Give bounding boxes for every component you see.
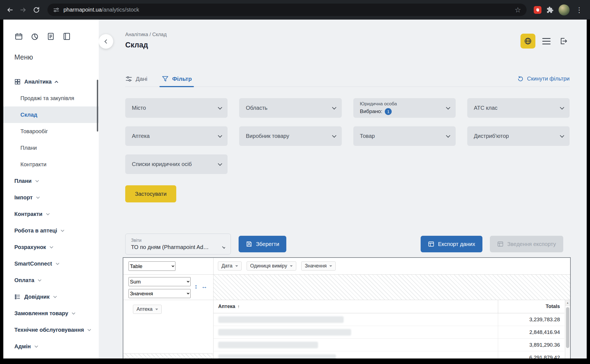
pie-chart-icon[interactable] bbox=[30, 32, 39, 41]
calendar-icon[interactable] bbox=[14, 32, 23, 41]
sidebar-group-import[interactable]: Імпорт bbox=[3, 189, 99, 206]
reset-filters-button[interactable]: Скинути фільтри bbox=[517, 76, 570, 82]
language-globe-button[interactable] bbox=[520, 34, 535, 49]
bookmark-star-icon[interactable]: ☆ bbox=[515, 6, 521, 14]
filter-atc-class[interactable]: АТС клас bbox=[467, 98, 570, 118]
report-select[interactable]: Звіти ТО по дням (Pharmapoint Ad… bbox=[125, 234, 231, 255]
filter-pharmacy[interactable]: Аптека bbox=[125, 126, 228, 146]
filter-manufacturer[interactable]: Виробник товару bbox=[239, 126, 341, 146]
chevron-down-icon bbox=[35, 179, 39, 182]
export-summary-button[interactable]: Зведення експорту bbox=[490, 236, 563, 252]
sidebar-scrollbar[interactable] bbox=[97, 80, 98, 132]
pivot-grid: Аптека ↑ Totals 3,239,783.28 2,848,416.9… bbox=[213, 300, 564, 358]
sidebar: Меню Аналітика Продажі та закупівля Скла… bbox=[3, 20, 99, 358]
pivot-measures-row: Sum Значення ↕ ↔ bbox=[123, 275, 570, 300]
chevron-left-icon bbox=[105, 39, 109, 44]
sidebar-group-plans[interactable]: Плани bbox=[3, 173, 99, 189]
pivot-divider bbox=[213, 258, 213, 358]
back-icon[interactable] bbox=[4, 4, 16, 16]
site-info-icon[interactable] bbox=[53, 7, 60, 13]
chevron-down-icon bbox=[53, 295, 57, 298]
field-pill-date[interactable]: Дата bbox=[218, 261, 242, 271]
table-row: 3,891,290.36 bbox=[213, 339, 564, 351]
extensions-puzzle-icon[interactable] bbox=[546, 6, 554, 14]
field-pill-unit[interactable]: Одиниця виміру bbox=[247, 261, 296, 271]
sidebar-group-calculation[interactable]: Розрахунок bbox=[3, 239, 99, 255]
profile-avatar[interactable] bbox=[559, 4, 570, 15]
chevron-down-icon bbox=[332, 105, 336, 110]
reload-icon[interactable] bbox=[30, 4, 42, 16]
table-row: 6,291,879.42 bbox=[213, 351, 564, 358]
pivot-body: Аптека Аптека ↑ Totals bbox=[123, 300, 570, 358]
filter-product[interactable]: Товар bbox=[353, 126, 456, 146]
filter-city[interactable]: Місто bbox=[125, 98, 228, 118]
adblock-extension-icon[interactable] bbox=[534, 6, 541, 14]
filter-distributor[interactable]: Дистриб'ютор bbox=[467, 126, 570, 146]
chevron-down-icon bbox=[218, 133, 222, 138]
pivot-drop-zone[interactable] bbox=[213, 275, 570, 300]
sidebar-group-pharmacy-work[interactable]: Робота в аптеці bbox=[3, 222, 99, 239]
screen: pharmapoint.ua/analytics/stock ☆ ⋮ bbox=[0, 0, 590, 364]
pivot-scrollbar[interactable]: ▲ bbox=[565, 300, 570, 358]
sidebar-group-analytics[interactable]: Аналітика bbox=[3, 73, 99, 90]
redacted-pharmacy-name bbox=[218, 342, 318, 348]
pivot-row-fields: Аптека bbox=[123, 300, 213, 358]
sidebar-group-directory[interactable]: Довідник bbox=[3, 288, 99, 305]
save-icon bbox=[246, 241, 252, 247]
table-row: 3,239,783.28 bbox=[213, 313, 564, 326]
pivot-table: Table Дата Одиниця виміру Значення bbox=[123, 257, 571, 358]
chevron-down-icon bbox=[34, 344, 38, 348]
scroll-up-icon[interactable]: ▲ bbox=[565, 300, 570, 306]
url-bar[interactable]: pharmapoint.ua/analytics/stock ☆ bbox=[47, 4, 527, 16]
scrollbar-thumb[interactable] bbox=[566, 307, 569, 348]
sidebar-group-product-orders[interactable]: Замовлення товару bbox=[3, 305, 99, 322]
sidebar-item-contracts[interactable]: Контракти bbox=[3, 156, 99, 173]
dropdown-triangle-icon bbox=[290, 265, 293, 267]
sidebar-group-maintenance[interactable]: Технічне обслуговування bbox=[3, 322, 99, 338]
pivot-row-drop-zone[interactable] bbox=[123, 354, 213, 358]
sidebar-collapse-button[interactable] bbox=[99, 34, 113, 49]
logout-icon bbox=[559, 37, 568, 45]
sliders-icon bbox=[125, 75, 132, 82]
tab-filter[interactable]: Фільтр bbox=[162, 71, 192, 87]
dropdown-triangle-icon bbox=[235, 265, 238, 267]
filter-region[interactable]: Область bbox=[239, 98, 341, 118]
chevron-down-icon bbox=[446, 105, 450, 110]
sidebar-group-contracts[interactable]: Контракти bbox=[3, 206, 99, 222]
sidebar-group-payment[interactable]: Оплата bbox=[3, 272, 99, 288]
move-vertical-icon[interactable]: ↕ bbox=[194, 283, 197, 290]
filter-legal-entity[interactable]: Юридична особа Вибрано: 1 bbox=[353, 98, 456, 118]
chevron-down-icon bbox=[332, 133, 336, 138]
sidebar-group-smartconnect[interactable]: SmartConnect bbox=[3, 255, 99, 272]
forward-icon[interactable] bbox=[17, 4, 29, 16]
chevron-down-icon bbox=[88, 328, 91, 331]
chevron-down-icon bbox=[36, 195, 40, 199]
document-icon[interactable] bbox=[46, 32, 55, 41]
sidebar-item-turnover[interactable]: Товарообіг bbox=[3, 123, 99, 140]
sidebar-item-plans[interactable]: Плани bbox=[3, 140, 99, 156]
app-menu-button[interactable] bbox=[540, 35, 552, 47]
filter-legal-entity-lists[interactable]: Списки юридичних осіб bbox=[125, 154, 228, 174]
pivot-view-select[interactable]: Table bbox=[129, 261, 175, 271]
field-pill-value[interactable]: Значення bbox=[301, 261, 336, 271]
sidebar-group-admin[interactable]: Адмін bbox=[3, 338, 99, 355]
move-horizontal-icon[interactable]: ↔ bbox=[201, 283, 207, 290]
save-report-button[interactable]: Зберегти bbox=[239, 236, 286, 252]
apply-button[interactable]: Застосувати bbox=[125, 185, 176, 202]
field-pill-pharmacy[interactable]: Аптека bbox=[133, 305, 162, 314]
pivot-measure-select[interactable]: Значення bbox=[129, 289, 191, 298]
tab-data[interactable]: Дані bbox=[125, 71, 147, 87]
browser-menu-icon[interactable]: ⋮ bbox=[575, 6, 584, 14]
pivot-aggregation-select[interactable]: Sum bbox=[129, 277, 191, 286]
export-data-button[interactable]: Експорт даних bbox=[421, 236, 482, 252]
grid-header-pharmacy[interactable]: Аптека ↑ bbox=[213, 304, 498, 309]
sidebar-item-sales-purchases[interactable]: Продажі та закупівля bbox=[3, 90, 99, 106]
breadcrumb: Аналітика / Склад bbox=[125, 32, 167, 38]
sidebar-item-stock[interactable]: Склад bbox=[3, 106, 99, 123]
pivot-column-fields: Дата Одиниця виміру Значення bbox=[218, 261, 336, 271]
logout-button[interactable] bbox=[557, 35, 570, 47]
journal-icon[interactable] bbox=[62, 32, 71, 41]
browser-toolbar: pharmapoint.ua/analytics/stock ☆ ⋮ bbox=[0, 0, 590, 20]
chevron-down-icon bbox=[56, 261, 59, 265]
grid-header-totals: Totals bbox=[498, 300, 564, 313]
